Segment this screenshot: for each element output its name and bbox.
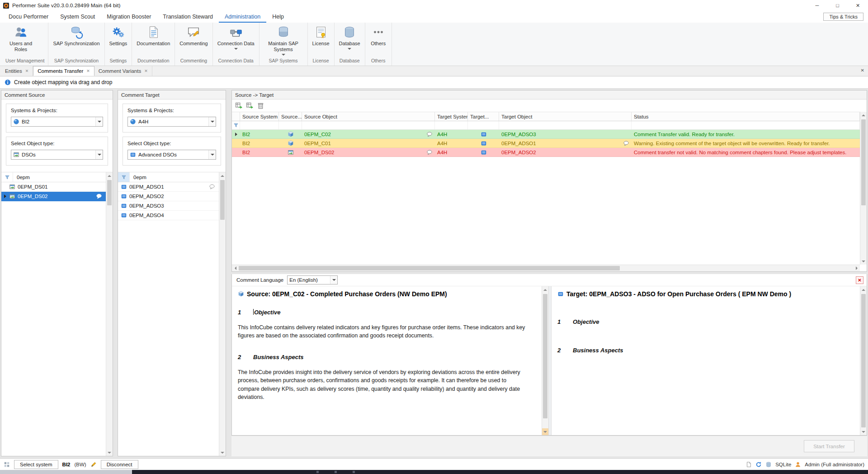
license-button[interactable]: License <box>308 23 334 47</box>
others-button[interactable]: Others <box>365 23 392 47</box>
expander-icon[interactable] <box>4 194 6 198</box>
column-header-target-system[interactable]: Target System <box>435 112 468 121</box>
scroll-track[interactable] <box>542 293 548 428</box>
mapping-row-warning[interactable]: BI2 0EPM_C01 A4H 0EPM_ADSO1 Warning. Exi… <box>232 139 860 148</box>
settings-button[interactable]: Settings <box>105 23 132 47</box>
list-item-0epm-adso4[interactable]: 0EPM_ADSO4 <box>118 211 219 220</box>
mapping-row-error[interactable]: BI2 0EPM_DS02 A4H 0EPM_ADSO2 Comment tra… <box>232 148 860 157</box>
scroll-track[interactable] <box>219 179 226 449</box>
combo-dropdown-button[interactable] <box>330 276 337 284</box>
scroll-down-button[interactable] <box>542 428 548 435</box>
combo-dropdown-button[interactable] <box>95 150 103 159</box>
filter-funnel-cell[interactable] <box>118 172 130 182</box>
scroll-thumb[interactable] <box>861 119 866 205</box>
scroll-thumb[interactable] <box>239 266 620 270</box>
menu-tab-migration-booster[interactable]: Migration Booster <box>101 11 157 23</box>
commenting-button[interactable]: Commenting <box>175 23 212 47</box>
source-document-scrollbar[interactable] <box>542 286 548 435</box>
source-object-type-combo[interactable]: DSOs <box>11 150 103 160</box>
connection-data-button[interactable]: Connection Data <box>213 23 259 51</box>
grid-vertical-scrollbar[interactable] <box>860 112 867 265</box>
users-and-roles-button[interactable]: Users and Roles <box>2 23 40 53</box>
column-header-source-object[interactable]: Source Object <box>302 112 435 121</box>
scroll-down-button[interactable] <box>106 449 113 456</box>
edit-pencil-icon[interactable] <box>90 461 97 468</box>
list-item-0epm-adso3[interactable]: 0EPM_ADSO3 <box>118 201 219 211</box>
source-filter-row[interactable]: 0epm <box>1 172 106 182</box>
list-item-0epm-adso2[interactable]: 0EPM_ADSO2 <box>118 192 219 201</box>
close-preview-button[interactable]: ✕ <box>856 276 863 284</box>
tab-entities[interactable]: Entities ✕ <box>1 66 33 76</box>
maintain-sap-systems-button[interactable]: Maintain SAP Systems <box>259 23 307 57</box>
scroll-thumb[interactable] <box>861 294 866 427</box>
scroll-down-button[interactable] <box>860 258 867 265</box>
menu-tab-docu-performer[interactable]: Docu Performer <box>3 11 54 23</box>
menu-tab-translation-steward[interactable]: Translation Steward <box>157 11 219 23</box>
maximize-button[interactable]: □ <box>827 0 848 11</box>
scroll-thumb[interactable] <box>107 180 112 205</box>
comment-language-combo[interactable]: En (English) <box>287 275 338 284</box>
disconnect-button[interactable]: Disconnect <box>101 460 138 469</box>
scroll-up-button[interactable] <box>106 172 113 179</box>
scroll-right-button[interactable] <box>853 265 860 271</box>
scroll-track[interactable] <box>239 265 853 271</box>
close-tab-icon[interactable]: ✕ <box>86 69 90 73</box>
transfer-comment-button[interactable] <box>235 102 243 109</box>
target-object-type-combo[interactable]: Advanced DSOs <box>127 150 216 160</box>
mapping-row-valid[interactable]: BI2 0EPM_C02 A4H 0EPM_ADSO3 Comment Tran… <box>232 130 860 139</box>
scroll-track[interactable] <box>106 179 113 449</box>
column-header-target-type[interactable]: Target... <box>468 112 499 121</box>
scroll-down-button[interactable] <box>219 449 226 456</box>
target-filter-row[interactable]: 0epm <box>118 172 219 182</box>
menu-tab-administration[interactable]: Administration <box>219 11 266 23</box>
target-system-combo[interactable]: A4H <box>127 117 216 127</box>
tab-comments-transfer[interactable]: Comments Transfer ✕ <box>33 66 94 76</box>
column-header-target-object[interactable]: Target Object <box>499 112 632 121</box>
tips-and-tricks-button[interactable]: Tips & Tricks <box>823 13 863 21</box>
delete-mapping-button[interactable] <box>257 102 264 109</box>
column-header-source-system[interactable]: Source System <box>240 112 279 121</box>
close-tab-icon[interactable]: ✕ <box>25 69 29 73</box>
documentation-button[interactable]: Documentation <box>132 23 175 47</box>
vertical-splitter[interactable] <box>548 286 552 435</box>
close-tab-bar-button[interactable]: ✕ <box>861 68 864 73</box>
grid-horizontal-scrollbar[interactable] <box>232 265 860 271</box>
column-header-source-type[interactable]: Source... <box>279 112 302 121</box>
column-header-status[interactable]: Status <box>632 112 860 121</box>
tree-item-0epm-ds02[interactable]: 0EPM_DS02 <box>1 192 106 201</box>
scroll-up-button[interactable] <box>219 172 226 179</box>
minimize-button[interactable]: ─ <box>807 0 827 11</box>
scroll-thumb[interactable] <box>220 180 225 220</box>
menu-tab-help[interactable]: Help <box>266 11 290 23</box>
target-document-scrollbar[interactable] <box>860 286 867 435</box>
list-item-0epm-adso1[interactable]: 0EPM_ADSO1 <box>118 182 219 192</box>
close-tab-icon[interactable]: ✕ <box>144 69 148 73</box>
scroll-thumb[interactable] <box>543 294 547 418</box>
transfer-all-comments-button[interactable] <box>246 102 254 109</box>
start-transfer-button[interactable]: Start Transfer <box>804 440 854 452</box>
refresh-icon[interactable] <box>755 461 762 468</box>
filter-funnel-cell[interactable] <box>1 172 13 182</box>
combo-dropdown-button[interactable] <box>208 117 216 126</box>
tab-comment-variants[interactable]: Comment Variants ✕ <box>94 66 152 76</box>
target-list-scrollbar[interactable] <box>219 172 226 456</box>
database-button[interactable]: Database <box>335 23 365 51</box>
scroll-left-button[interactable] <box>232 265 239 271</box>
close-button[interactable]: ✕ <box>848 0 868 11</box>
source-list-scrollbar[interactable] <box>106 172 113 456</box>
scroll-up-button[interactable] <box>542 286 548 293</box>
combo-dropdown-button[interactable] <box>95 117 103 126</box>
scroll-track[interactable] <box>860 118 867 258</box>
select-system-button[interactable]: Select system <box>14 460 58 469</box>
log-page-icon[interactable] <box>745 461 752 468</box>
scroll-track[interactable] <box>860 293 867 428</box>
scroll-up-button[interactable] <box>860 112 867 118</box>
combo-dropdown-button[interactable] <box>208 150 216 159</box>
menu-tab-system-scout[interactable]: System Scout <box>54 11 101 23</box>
scroll-up-button[interactable] <box>860 286 867 293</box>
source-system-combo[interactable]: BI2 <box>11 117 103 127</box>
scroll-down-button[interactable] <box>860 428 867 435</box>
tree-item-0epm-ds01[interactable]: 0EPM_DS01 <box>1 182 106 192</box>
grid-filter-row[interactable] <box>232 121 860 130</box>
sap-synchronization-button[interactable]: SAP Synchronization <box>48 23 104 47</box>
